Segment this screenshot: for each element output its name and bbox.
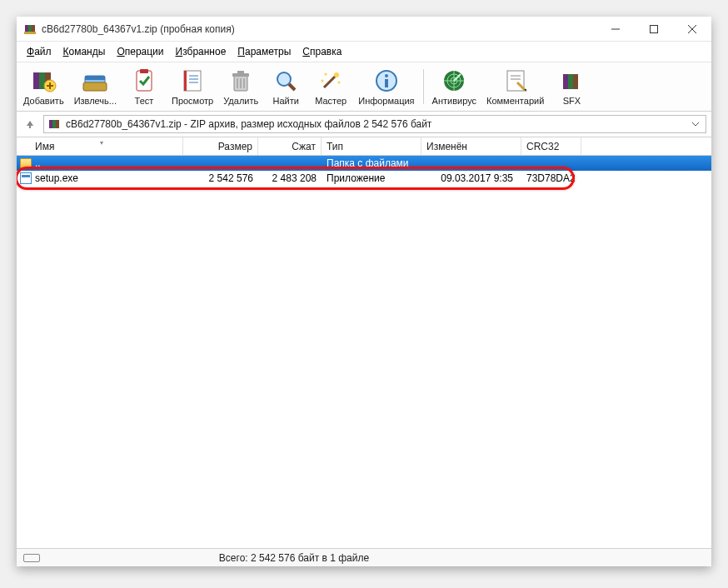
svg-rect-15 [85, 76, 105, 80]
svg-rect-5 [651, 25, 658, 32]
svg-rect-17 [137, 71, 152, 91]
toolbar-view-label: Просмотр [172, 96, 213, 106]
svg-rect-20 [184, 71, 187, 91]
file-type: Приложение [322, 172, 421, 184]
menu-избранное[interactable]: Избранное [171, 43, 232, 60]
minimize-button[interactable] [596, 17, 635, 42]
wand-icon [317, 67, 344, 94]
menu-команды[interactable]: Команды [58, 43, 111, 60]
toolbar-find-label: Найти [273, 96, 299, 106]
menubar: ФайлКомандыОперацииИзбранноеПараметрыСпр… [17, 42, 711, 62]
toolbar-add-button[interactable]: Добавить [18, 66, 69, 107]
header-name[interactable]: Имя ▾ [17, 137, 183, 155]
toolbar-info-label: Информация [358, 96, 414, 106]
clipboard-check-icon [131, 67, 157, 94]
toolbar-comment-button[interactable]: Комментарий [481, 66, 549, 107]
toolbar-add-label: Добавить [23, 96, 64, 106]
folder-icon [20, 158, 32, 168]
file-listing: .. Папка с файлами setup.exe 2 542 576 2… [17, 156, 711, 548]
chevron-down-icon [692, 121, 699, 127]
menu-справка[interactable]: Справка [297, 43, 347, 60]
address-field[interactable]: cB6d27780b_64367v1.zip - ZIP архив, разм… [43, 115, 706, 133]
toolbar-view-button[interactable]: Просмотр [167, 66, 218, 107]
disk-icon [23, 554, 40, 562]
comment-icon [502, 67, 529, 94]
window-controls [596, 17, 711, 42]
header-crc[interactable]: CRC32 [521, 137, 581, 155]
svg-rect-51 [573, 74, 578, 89]
svg-point-30 [277, 72, 291, 86]
toolbar-wizard-label: Мастер [315, 96, 347, 106]
svg-rect-52 [49, 120, 52, 128]
svg-rect-49 [563, 74, 568, 89]
svg-rect-8 [33, 72, 39, 89]
info-icon [373, 67, 400, 94]
toolbar-extract-label: Извлечь... [74, 96, 117, 106]
books-small-icon [558, 67, 585, 94]
file-name: setup.exe [35, 172, 78, 184]
sort-indicator-icon: ▾ [100, 139, 103, 147]
status-total: Всего: 2 542 576 байт в 1 файле [43, 552, 545, 564]
file-packed: 2 483 208 [258, 172, 322, 184]
books-extract-icon [82, 67, 108, 94]
svg-point-38 [385, 74, 388, 77]
svg-rect-16 [83, 82, 107, 91]
toolbar-wizard-button[interactable]: Мастер [308, 66, 353, 107]
address-dropdown[interactable] [689, 121, 702, 127]
parent-folder-row[interactable]: .. Папка с файлами [17, 156, 711, 171]
header-packed[interactable]: Сжат [258, 137, 322, 155]
toolbar-test-button[interactable]: Тест [122, 66, 167, 107]
toolbar: ДобавитьИзвлечь...ТестПросмотрУдалитьНай… [17, 62, 711, 112]
svg-rect-54 [56, 120, 59, 128]
archive-icon [47, 117, 61, 131]
toolbar-info-button[interactable]: Информация [353, 66, 419, 107]
toolbar-antivirus-label: Антивирус [432, 96, 476, 106]
toolbar-find-button[interactable]: Найти [263, 66, 308, 107]
window-title: cB6d27780b_64367v1.zip (пробная копия) [42, 23, 596, 35]
svg-rect-18 [140, 69, 148, 73]
menu-файл[interactable]: Файл [22, 43, 57, 60]
svg-point-35 [338, 82, 341, 84]
app-icon [23, 22, 37, 36]
maximize-button[interactable] [635, 17, 673, 42]
parent-folder-label: .. [35, 157, 41, 169]
file-row[interactable]: setup.exe 2 542 576 2 483 208 Приложение… [17, 171, 711, 186]
notepad-icon [179, 67, 206, 94]
winrar-window: cB6d27780b_64367v1.zip (пробная копия) Ф… [17, 17, 711, 566]
titlebar: cB6d27780b_64367v1.zip (пробная копия) [17, 17, 711, 42]
file-size: 2 542 576 [183, 172, 258, 184]
toolbar-delete-button[interactable]: Удалить [218, 66, 263, 107]
close-button[interactable] [673, 17, 711, 42]
svg-point-36 [322, 80, 324, 82]
toolbar-antivirus-button[interactable]: Антивирус [427, 66, 481, 107]
books-add-icon [30, 67, 57, 94]
statusbar: Всего: 2 542 576 байт в 1 файле [17, 548, 711, 566]
menu-операции[interactable]: Операции [112, 43, 168, 60]
up-arrow-icon [25, 119, 35, 129]
toolbar-sfx-button[interactable]: SFX [549, 66, 594, 107]
header-type[interactable]: Тип [322, 137, 421, 155]
svg-rect-3 [24, 32, 36, 34]
svg-line-32 [324, 76, 336, 87]
menu-параметры[interactable]: Параметры [232, 43, 296, 60]
up-button[interactable] [22, 116, 38, 132]
toolbar-sfx-label: SFX [563, 96, 581, 106]
svg-rect-26 [237, 71, 244, 74]
file-modified: 09.03.2017 9:35 [421, 172, 521, 184]
toolbar-test-label: Тест [135, 96, 154, 106]
address-text: cB6d27780b_64367v1.zip - ZIP архив, разм… [66, 118, 684, 130]
header-size[interactable]: Размер [183, 137, 258, 155]
svg-line-31 [289, 84, 295, 90]
svg-rect-50 [568, 74, 573, 89]
address-row: cB6d27780b_64367v1.zip - ZIP архив, разм… [17, 112, 711, 137]
toolbar-separator [423, 69, 424, 104]
scan-icon [441, 67, 467, 94]
header-modified[interactable]: Изменён [421, 137, 521, 155]
exe-icon [20, 172, 32, 184]
column-headers: Имя ▾ Размер Сжат Тип Изменён CRC32 [17, 137, 711, 156]
toolbar-comment-label: Комментарий [486, 96, 544, 106]
svg-rect-39 [385, 79, 388, 87]
trash-icon [227, 67, 254, 94]
file-crc: 73D78DA2 [521, 172, 581, 184]
toolbar-extract-button[interactable]: Извлечь... [69, 66, 122, 107]
